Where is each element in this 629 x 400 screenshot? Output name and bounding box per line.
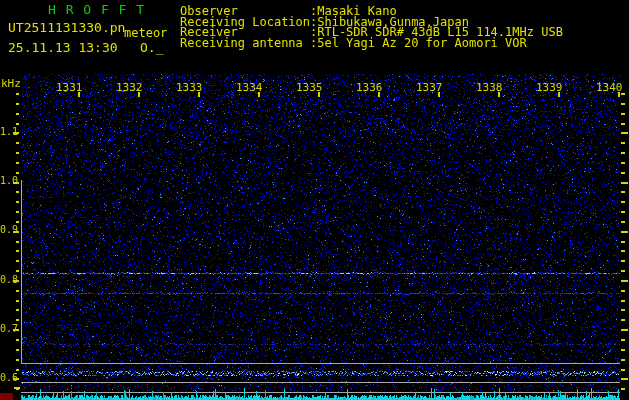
hrofft-screen: H R O F F T UT2511131330.pn meteor 25.11… bbox=[0, 0, 629, 400]
freq-tick-right bbox=[621, 211, 625, 213]
bargraph-left-tick bbox=[14, 387, 20, 389]
freq-tick-right bbox=[621, 260, 625, 262]
freq-tick-right bbox=[621, 123, 625, 125]
time-tick bbox=[498, 92, 500, 97]
freq-tick-left bbox=[13, 329, 19, 331]
y-axis-unit: kHz bbox=[1, 77, 21, 90]
freq-tick-left bbox=[16, 93, 19, 95]
freq-tick-left bbox=[16, 103, 19, 105]
info-row: Receiving antenna :5el Yagi Az 20 for Ao… bbox=[0, 36, 629, 48]
freq-tick-left bbox=[13, 182, 19, 184]
freq-tick-left bbox=[16, 349, 19, 351]
freq-tick-left bbox=[13, 231, 19, 233]
freq-label: 1.0 bbox=[0, 175, 18, 186]
freq-tick-left bbox=[16, 300, 19, 302]
freq-tick-right bbox=[621, 241, 625, 243]
time-tick bbox=[318, 92, 320, 97]
freq-tick-right bbox=[621, 300, 625, 302]
freq-tick-left bbox=[16, 309, 19, 311]
freq-tick-right bbox=[621, 182, 628, 184]
freq-tick-right bbox=[621, 221, 625, 223]
freq-tick-right bbox=[621, 191, 625, 193]
time-tick bbox=[438, 92, 440, 97]
freq-tick-right bbox=[621, 142, 625, 144]
freq-tick-left bbox=[16, 339, 19, 341]
status-marker-red bbox=[0, 393, 13, 400]
freq-label: 0.9 bbox=[0, 224, 18, 235]
freq-tick-right bbox=[621, 231, 628, 233]
freq-tick-right bbox=[621, 162, 625, 164]
freq-tick-right bbox=[621, 152, 625, 154]
info-value: :5el Yagi Az 20 for Aomori VOR bbox=[310, 36, 527, 50]
time-tick bbox=[258, 92, 260, 97]
freq-tick-right bbox=[621, 132, 628, 134]
freq-tick-right bbox=[621, 359, 625, 361]
freq-tick-right bbox=[621, 329, 628, 331]
freq-tick-left bbox=[13, 280, 19, 282]
freq-tick-left bbox=[16, 260, 19, 262]
freq-tick-left bbox=[16, 191, 19, 193]
freq-tick-left bbox=[16, 319, 19, 321]
freq-tick-right bbox=[621, 388, 625, 390]
time-tick bbox=[198, 92, 200, 97]
freq-tick-left bbox=[16, 250, 19, 252]
time-tick bbox=[618, 92, 620, 97]
freq-tick-left bbox=[16, 359, 19, 361]
freq-tick-right bbox=[621, 280, 628, 282]
freq-tick-left bbox=[16, 270, 19, 272]
freq-tick-right bbox=[621, 369, 625, 371]
freq-tick-right bbox=[621, 113, 625, 115]
freq-tick-right bbox=[621, 319, 625, 321]
time-tick bbox=[138, 92, 140, 97]
freq-tick-left bbox=[16, 142, 19, 144]
freq-tick-left bbox=[16, 369, 19, 371]
freq-tick-left bbox=[16, 241, 19, 243]
freq-tick-left bbox=[13, 132, 19, 134]
freq-tick-left bbox=[16, 290, 19, 292]
freq-tick-left bbox=[16, 113, 19, 115]
freq-tick-right bbox=[621, 309, 625, 311]
time-tick bbox=[378, 92, 380, 97]
freq-tick-right bbox=[621, 93, 625, 95]
freq-tick-left bbox=[16, 172, 19, 174]
freq-tick-right bbox=[621, 290, 625, 292]
freq-tick-right bbox=[621, 250, 625, 252]
freq-tick-right bbox=[621, 201, 625, 203]
freq-tick-left bbox=[16, 123, 19, 125]
time-tick bbox=[78, 92, 80, 97]
freq-tick-left bbox=[13, 378, 19, 380]
info-label: Receiving antenna bbox=[180, 36, 303, 50]
freq-tick-right bbox=[621, 270, 625, 272]
time-tick bbox=[558, 92, 560, 97]
freq-tick-right bbox=[621, 103, 625, 105]
freq-tick-right bbox=[621, 349, 625, 351]
freq-tick-left bbox=[16, 201, 19, 203]
freq-tick-right bbox=[621, 378, 628, 380]
freq-tick-left bbox=[16, 162, 19, 164]
freq-tick-right bbox=[621, 339, 625, 341]
freq-tick-left bbox=[16, 152, 19, 154]
spectrogram-canvas bbox=[0, 0, 629, 400]
freq-tick-right bbox=[621, 172, 625, 174]
freq-tick-left bbox=[16, 211, 19, 213]
freq-tick-left bbox=[16, 221, 19, 223]
